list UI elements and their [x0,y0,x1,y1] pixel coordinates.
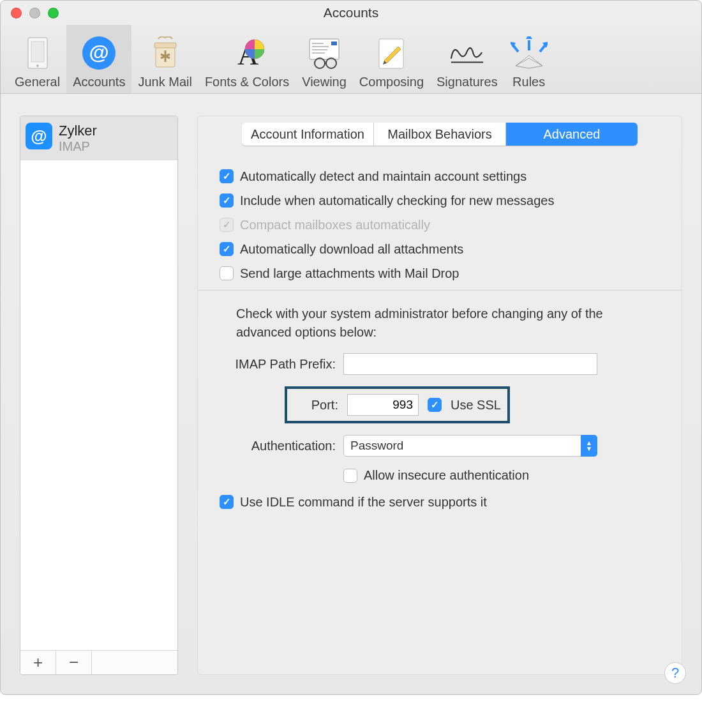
include-check-label: Include when automatically checking for … [240,193,554,208]
auth-select[interactable]: Password ▲▼ [343,435,597,457]
preferences-window: Accounts General @ Accounts [0,0,702,695]
window-title: Accounts [1,5,701,20]
admin-note: Check with your system administrator bef… [220,305,660,353]
svg-marker-27 [526,36,532,39]
fonts-colors-icon: A [228,35,265,71]
mail-drop-label: Send large attachments with Mail Drop [240,266,459,281]
account-protocol: IMAP [59,139,97,154]
chevron-updown-icon: ▲▼ [581,435,597,457]
titlebar: Accounts [1,1,701,25]
svg-marker-25 [516,58,542,68]
sidebar-footer-spacer [92,651,177,674]
tabs: Account Information Mailbox Behaviors Ad… [242,123,638,146]
allow-insecure-label: Allow insecure authentication [364,468,529,483]
use-idle-checkbox[interactable] [220,495,234,509]
toolbar-label: Composing [359,75,424,89]
accounts-sidebar: @ Zylker IMAP + − [20,116,178,675]
toolbar-label: Viewing [302,75,347,89]
svg-rect-1 [31,42,44,62]
toolbar-accounts[interactable]: @ Accounts [66,25,131,93]
toolbar-label: Fonts & Colors [205,75,289,89]
toolbar-general[interactable]: General [8,25,66,93]
add-account-button[interactable]: + [20,651,56,674]
port-label: Port: [294,398,338,413]
general-icon [19,35,56,71]
svg-rect-6 [154,43,176,48]
use-ssl-label: Use SSL [451,398,501,413]
auth-label: Authentication: [220,439,343,453]
svg-text:@: @ [89,41,109,64]
trash-icon [147,35,184,71]
compose-icon [373,35,410,71]
auto-detect-checkbox[interactable] [220,169,234,183]
advanced-options: Automatically detect and maintain accoun… [198,146,682,510]
remove-account-button[interactable]: − [56,651,92,674]
toolbar-label: Rules [512,75,545,89]
svg-rect-14 [331,42,337,45]
at-icon: @ [26,123,52,149]
viewing-icon [306,35,343,71]
compact-mailboxes-checkbox [220,218,234,232]
use-idle-label: Use IDLE command if the server supports … [240,494,487,510]
toolbar-label: General [15,75,60,89]
use-ssl-checkbox[interactable] [428,398,442,412]
compact-mailboxes-label: Compact mailboxes automatically [240,217,430,232]
auto-detect-label: Automatically detect and maintain accoun… [240,169,526,184]
auto-download-checkbox[interactable] [220,242,234,256]
svg-rect-2 [36,64,39,67]
toolbar-fonts-colors[interactable]: A Fonts & Colors [198,25,295,93]
help-button[interactable]: ? [664,662,686,684]
rules-icon [511,35,548,71]
imap-prefix-label: IMAP Path Prefix: [220,357,343,372]
toolbar-viewing[interactable]: Viewing [295,25,353,93]
include-check-checkbox[interactable] [220,193,234,208]
toolbar-signatures[interactable]: Signatures [430,25,504,93]
signature-icon [449,35,486,71]
tab-account-information[interactable]: Account Information [242,123,374,146]
toolbar-label: Junk Mail [138,75,191,89]
toolbar-label: Accounts [73,75,125,89]
divider [198,290,682,291]
auth-value: Password [350,439,403,453]
toolbar-composing[interactable]: Composing [353,25,430,93]
account-list-item[interactable]: @ Zylker IMAP [20,116,177,160]
auto-download-label: Automatically download all attachments [240,241,463,257]
toolbar-label: Signatures [437,75,498,89]
toolbar-junk-mail[interactable]: Junk Mail [131,25,198,93]
sidebar-footer: + − [20,650,177,674]
content-area: @ Zylker IMAP + − Account Information Ma… [20,116,682,675]
prefs-toolbar: General @ Accounts [1,25,701,94]
port-input[interactable] [347,394,419,416]
account-name: Zylker [59,123,97,139]
imap-prefix-input[interactable] [343,353,597,375]
at-icon: @ [80,35,117,71]
port-highlight: Port: Use SSL [285,386,510,423]
allow-insecure-checkbox[interactable] [343,469,357,483]
tab-mailbox-behaviors[interactable]: Mailbox Behaviors [374,123,506,146]
toolbar-rules[interactable]: Rules [504,25,554,93]
mail-drop-checkbox[interactable] [220,266,234,280]
main-panel: Account Information Mailbox Behaviors Ad… [197,116,682,675]
tab-advanced[interactable]: Advanced [506,123,638,146]
